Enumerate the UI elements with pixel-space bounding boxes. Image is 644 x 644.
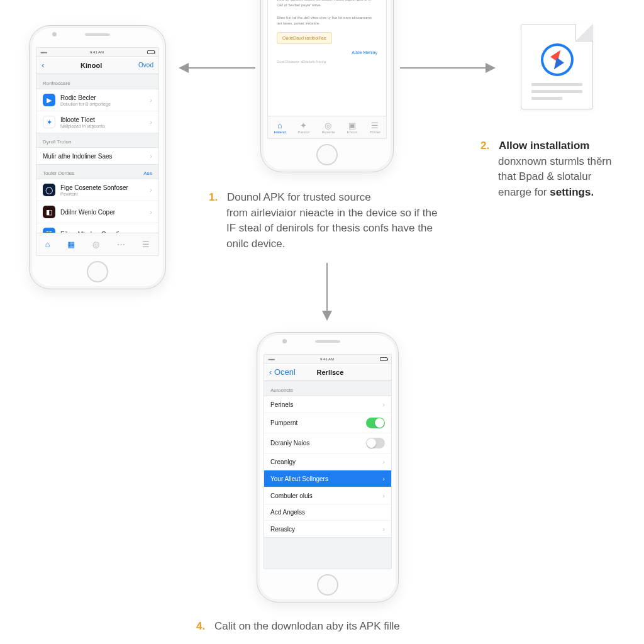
grid-icon: ▦ (67, 240, 75, 248)
list-item[interactable]: ◯ Fige Cosenete Sonfoser Pewrtent › (36, 179, 158, 201)
svg-marker-1 (179, 63, 189, 73)
tab-menu[interactable]: ☰ (142, 240, 150, 248)
back-button[interactable]: ‹ (42, 60, 44, 70)
tab-menu[interactable]: ☰Primel (369, 121, 380, 134)
list-item[interactable]: Reraslcy › (264, 520, 391, 538)
page-fold-icon (575, 24, 593, 42)
menu-icon: ☰ (142, 240, 150, 248)
tab-label: Primel (369, 130, 380, 134)
phone-c-screen: 9:41 AM ‹ Ocenl Rerllsce Autooncte Perin… (264, 354, 392, 569)
list-item[interactable]: Dcraniy Naios (264, 433, 391, 453)
footer-text: Doal Disaone aDreiorb Neolg (268, 58, 386, 65)
phone-mockup-bottom: 9:41 AM ‹ Ocenl Rerllsce Autooncte Perin… (257, 332, 399, 602)
nav-action[interactable]: Ovod (138, 62, 153, 69)
list-item[interactable]: ▶ Rodic Becler Dobullon for B ontportege… (36, 89, 158, 111)
battery-icon (380, 357, 387, 361)
list-item[interactable]: Mulir athe Indoliner Saes › (36, 147, 158, 165)
cell-title: Pumpernt (270, 419, 297, 426)
home-icon: ⌂ (45, 240, 50, 248)
status-time: 9:41 AM (320, 357, 334, 361)
star-icon: ✦ (300, 121, 307, 130)
chevron-right-icon: › (150, 118, 152, 126)
home-button[interactable] (317, 574, 338, 596)
cta-button[interactable]: OudeDaud rardbolFae (277, 32, 332, 44)
phone-b-screen: ◆ AloontNort Thee nups AGbSoo Polostre T… (267, 0, 387, 139)
arrow-right (400, 60, 497, 75)
phone-mockup-center: ◆ AloontNort Thee nups AGbSoo Polostre T… (260, 0, 394, 172)
app-icon: ◯ (43, 184, 55, 196)
document-page (521, 24, 593, 109)
menu-icon: ☰ (371, 121, 379, 130)
cell-title: Mulir athe Indoliner Saes (43, 153, 113, 160)
back-label: Ocenl (274, 367, 296, 377)
step-2-text: 2. Allow installatiom donxnown sturmls t… (480, 138, 626, 201)
home-button[interactable] (316, 144, 338, 165)
step-line: from airleviaior nieacte in the device s… (226, 206, 448, 252)
step-1-text: 1. Dounol APK for trusted source from ai… (209, 190, 448, 252)
section-action[interactable]: Ase (143, 170, 152, 176)
list-item[interactable]: Pumpernt (264, 413, 391, 433)
status-bar: 9:41 AM (36, 48, 158, 57)
list-item[interactable]: ✦ Ibloote Tloet Naliplozed in vepoonto › (36, 111, 158, 133)
toggle-switch-off[interactable] (366, 438, 385, 448)
cell-title: Rodic Becler (60, 94, 96, 101)
list-item[interactable]: Acd Angelss (264, 504, 391, 521)
chevron-right-icon: › (150, 208, 152, 216)
chevron-right-icon: › (382, 525, 385, 533)
link-label[interactable]: Adde Mehiny (268, 47, 386, 58)
chevron-right-icon: › (150, 96, 152, 104)
tab-grid[interactable]: ▦ (67, 240, 75, 248)
toggle-switch-on[interactable] (366, 418, 385, 428)
section-header: Autooncte (264, 381, 391, 396)
step-bold: settings. (550, 186, 594, 198)
signal-icon (40, 50, 47, 54)
play-icon: ▶ (43, 94, 55, 106)
tab-star[interactable]: ✦Parslor (297, 121, 309, 134)
document-icon (521, 24, 593, 109)
chevron-right-icon: › (382, 475, 385, 482)
tab-square[interactable]: ▣Ehous (347, 121, 357, 134)
step-line: donxnown sturmls thěrn that Bpad & slota… (498, 154, 626, 201)
tab-more[interactable]: ⋯ (117, 240, 125, 248)
status-time: 9:41 AM (90, 50, 104, 54)
tab-bar: ⌂Halend ✦Parslor ◎Reserte ▣Ehous ☰Primel (268, 116, 386, 138)
chevron-right-icon: › (150, 186, 152, 194)
cell-title: Combuler oluis (270, 492, 313, 499)
cell-title: Ibloote Tloet (60, 116, 95, 123)
home-button[interactable] (87, 261, 108, 282)
list-item[interactable]: Perinels › (264, 396, 391, 413)
nav-title: Kinool (80, 62, 102, 69)
list-item[interactable]: Combuler oluis › (264, 487, 391, 504)
tab-circle[interactable]: ◎ (92, 240, 99, 248)
section-header: Toufer Dordes Ase (36, 164, 158, 179)
tab-label: Halend (274, 130, 286, 134)
ring-icon: ◎ (325, 121, 331, 130)
list-item[interactable]: ◧ Ddilnr Wenlo Coper › (36, 201, 158, 223)
svg-marker-5 (322, 311, 332, 321)
cell-title: Acd Angelss (270, 509, 305, 516)
cell-title: Perinels (270, 401, 293, 408)
cell-title: Creanlgy (270, 458, 296, 465)
tab-home[interactable]: ⌂ (45, 240, 50, 248)
cell-title: Your Alleut Sollngers (270, 475, 328, 482)
tab-home[interactable]: ⌂Halend (274, 121, 286, 134)
body-paragraph: Sites fun tal ihe dell vites-oiee ty liv… (268, 11, 386, 30)
arrow-left (177, 60, 255, 75)
section-title: Toufer Dordes (43, 170, 74, 176)
cell-title: Ddilnr Wenlo Coper (60, 209, 115, 216)
list-item[interactable]: Creanlgy › (264, 453, 391, 470)
text-lines-icon (531, 79, 582, 100)
step-number: 1. (209, 191, 218, 203)
home-icon: ⌂ (277, 121, 282, 130)
back-button[interactable]: ‹ Ocenl (269, 367, 296, 377)
status-bar: 9:41 AM (264, 355, 391, 364)
list-item-selected[interactable]: Your Alleut Sollngers › (264, 470, 391, 487)
step-4-text: 4. Calit on the downlodan aby its APK fi… (196, 619, 473, 635)
step-heading: Allow installatiom (499, 140, 590, 152)
step-number: 4. (196, 620, 205, 632)
step-line: Calit on the downlodan aby its APK fille (214, 620, 400, 632)
tab-ring[interactable]: ◎Reserte (321, 121, 335, 134)
cell-subtitle: Pewrtent (60, 192, 128, 196)
cell-subtitle: Dobullon for B ontportege (60, 102, 111, 106)
nav-title: Rerllsce (317, 369, 344, 376)
